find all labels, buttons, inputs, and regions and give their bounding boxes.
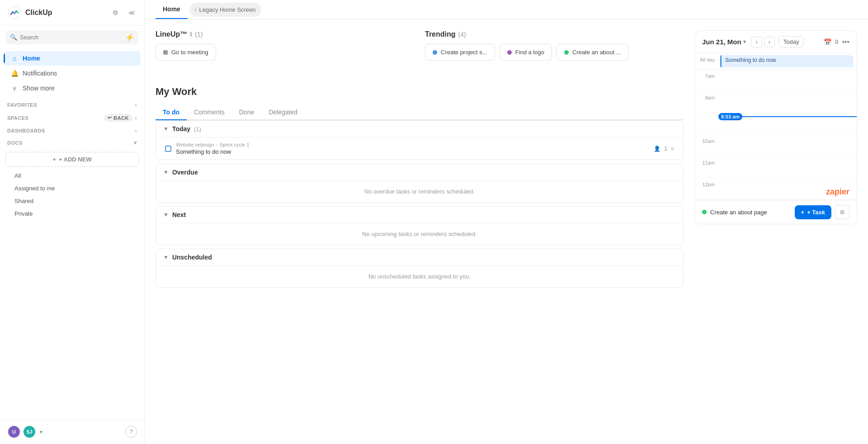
unscheduled-empty: No unscheduled tasks assigned to you. bbox=[156, 265, 683, 287]
task-checkbox[interactable] bbox=[165, 146, 171, 152]
work-group-today: ▼ Today (1) Website redesign › Sprint cy… bbox=[156, 120, 684, 160]
user-avatars[interactable]: U SJ ▼ bbox=[7, 425, 43, 439]
docs-nav-private[interactable]: Private bbox=[4, 208, 141, 220]
all-day-row: All day Something to do now bbox=[695, 53, 857, 70]
time-slot-7am[interactable] bbox=[718, 70, 857, 91]
trending-section: Trending (4) Create project s... Find a … bbox=[425, 30, 684, 61]
bell-icon: 🔔 bbox=[11, 70, 18, 77]
tab-legacy-home[interactable]: ‹ Legacy Home Screen bbox=[189, 3, 261, 17]
help-button[interactable]: ? bbox=[125, 426, 137, 438]
lineup-info-icon[interactable]: ℹ bbox=[190, 31, 192, 38]
lineup-card-meeting[interactable]: Go to meeting bbox=[156, 44, 216, 61]
docs-section-header[interactable]: DOCS ∨ bbox=[0, 135, 144, 147]
main-scrollable: LineUp™ ℹ (1) Go to meeting Trending bbox=[145, 19, 868, 444]
back-badge[interactable]: ↩ Back bbox=[104, 114, 132, 122]
calendar-footer-event[interactable]: Create an about page bbox=[702, 209, 767, 216]
lineup-title: LineUp™ ℹ (1) bbox=[156, 30, 414, 38]
work-tab-done[interactable]: Done bbox=[232, 105, 261, 120]
work-group-next-header[interactable]: ▼ Next bbox=[156, 207, 683, 223]
time-row-8am: 8am bbox=[695, 91, 857, 113]
back-chevron-icon: ‹ bbox=[195, 7, 197, 12]
add-new-button[interactable]: + + ADD NEW bbox=[5, 152, 139, 167]
trending-card-about[interactable]: Create an about ... bbox=[557, 44, 629, 61]
time-slot-current[interactable]: 8:53 am bbox=[718, 113, 857, 134]
time-row-11am: 11am bbox=[695, 156, 857, 178]
docs-nav-all[interactable]: All bbox=[4, 170, 141, 182]
plus-icon-task: + bbox=[801, 209, 805, 216]
calendar-header: Jun 21, Mon ▾ ‹ › Today 📅 0 ••• bbox=[695, 31, 857, 53]
sidebar-item-home-label: Home bbox=[23, 55, 40, 62]
docs-nav-assigned[interactable]: Assigned to me bbox=[4, 182, 141, 194]
search-input[interactable] bbox=[20, 34, 123, 41]
user-dropdown-icon[interactable]: ▼ bbox=[39, 430, 43, 435]
lightning-icon[interactable]: ⚡ bbox=[125, 33, 134, 42]
top-grid: LineUp™ ℹ (1) Go to meeting Trending bbox=[156, 30, 684, 73]
calendar-footer-actions: + + Task ⊞ bbox=[795, 205, 849, 219]
trending-card-logo[interactable]: Find a logo bbox=[500, 44, 552, 61]
sidebar-item-notifications[interactable]: 🔔 Notifications bbox=[4, 66, 141, 80]
dashboards-section-header[interactable]: DASHBOARDS › bbox=[0, 123, 144, 135]
collapse-icon[interactable]: ≪ bbox=[126, 7, 137, 18]
work-group-overdue: ▼ Overdue No overdue tasks or reminders … bbox=[156, 164, 684, 203]
docs-section: + + ADD NEW All Assigned to me Shared Pr… bbox=[0, 147, 144, 222]
calendar-date[interactable]: Jun 21, Mon ▾ bbox=[702, 38, 746, 46]
chevron-right-icon: › bbox=[135, 102, 137, 108]
work-group-today-header[interactable]: ▼ Today (1) bbox=[156, 121, 683, 137]
docs-nav-shared[interactable]: Shared bbox=[4, 195, 141, 207]
time-label-8am: 8am bbox=[695, 91, 718, 113]
trending-cards: Create project s... Find a logo Create a… bbox=[425, 44, 684, 61]
all-day-event[interactable]: Something to do now bbox=[720, 55, 853, 67]
trending-dot-blue bbox=[433, 50, 437, 55]
plus-icon: + bbox=[52, 156, 56, 163]
grid-view-button[interactable]: ⊞ bbox=[835, 205, 849, 219]
work-tab-comments[interactable]: Comments bbox=[187, 105, 232, 120]
sidebar-item-show-more[interactable]: ∨ Show more bbox=[4, 81, 141, 95]
work-tab-todo[interactable]: To do bbox=[156, 105, 187, 120]
all-day-label: All day bbox=[695, 53, 718, 69]
cal-next-button[interactable]: › bbox=[764, 37, 775, 47]
user-icon: 👤 bbox=[654, 146, 660, 152]
sidebar-item-notifications-label: Notifications bbox=[23, 70, 57, 77]
time-label-12pm: 12pm bbox=[695, 178, 718, 199]
back-icon: ↩ bbox=[108, 115, 112, 121]
lineup-dot bbox=[163, 50, 168, 55]
add-task-button[interactable]: + + Task bbox=[795, 205, 831, 219]
favorites-section-header[interactable]: FAVORITES › bbox=[0, 98, 144, 109]
time-slot-11am[interactable] bbox=[718, 156, 857, 178]
task-something-to-do-now[interactable]: Website redesign › Sprint cycle 1 Someth… bbox=[156, 137, 683, 160]
next-empty: No upcoming tasks or reminders scheduled… bbox=[156, 223, 683, 245]
logo-text: ClickUp bbox=[25, 9, 52, 17]
chevron-right-icon-spaces: › bbox=[135, 115, 137, 121]
sidebar-header: ClickUp ⚙ ≪ bbox=[0, 0, 144, 26]
time-slot-8am[interactable] bbox=[718, 91, 857, 113]
sidebar-item-home[interactable]: ⌂ Home bbox=[4, 51, 141, 66]
work-group-unscheduled-header[interactable]: ▼ Unscheduled bbox=[156, 249, 683, 265]
task-breadcrumb: Website redesign › Sprint cycle 1 bbox=[176, 142, 250, 147]
logo[interactable]: ClickUp bbox=[7, 5, 52, 20]
settings-icon[interactable]: ⚙ bbox=[110, 7, 121, 18]
work-group-overdue-header[interactable]: ▼ Overdue bbox=[156, 164, 683, 180]
chevron-down-icon: ▼ bbox=[163, 126, 169, 132]
work-group-unscheduled: ▼ Unscheduled No unscheduled tasks assig… bbox=[156, 249, 684, 288]
spaces-section-header[interactable]: SPACES ↩ Back › bbox=[0, 109, 144, 123]
home-icon: ⌂ bbox=[11, 55, 18, 62]
time-slot-10am[interactable] bbox=[718, 135, 857, 156]
sidebar: ClickUp ⚙ ≪ 🔍 ⚡ ⌂ Home 🔔 Notifications ∨… bbox=[0, 0, 145, 444]
tab-home[interactable]: Home bbox=[156, 0, 188, 19]
avatar-sj[interactable]: SJ bbox=[23, 425, 36, 439]
work-tab-delegated[interactable]: Delegated bbox=[261, 105, 305, 120]
calendar-icon: 📅 bbox=[824, 38, 831, 46]
overdue-empty: No overdue tasks or reminders scheduled. bbox=[156, 180, 683, 202]
chevron-down-icon-next: ▼ bbox=[163, 212, 169, 218]
chevron-down-icon: ∨ bbox=[11, 85, 18, 92]
current-time-badge: 8:53 am bbox=[718, 113, 742, 120]
today-button[interactable]: Today bbox=[778, 36, 804, 47]
trending-card-project[interactable]: Create project s... bbox=[425, 44, 495, 61]
footer-dot bbox=[702, 210, 707, 214]
chevron-right-icon-dashboards: › bbox=[135, 128, 137, 133]
calendar-footer: Create an about page + + Task ⊞ bbox=[695, 200, 857, 224]
avatar-u[interactable]: U bbox=[7, 425, 21, 439]
cal-prev-button[interactable]: ‹ bbox=[751, 37, 762, 47]
search-bar[interactable]: 🔍 ⚡ bbox=[5, 30, 139, 44]
calendar-more-icon[interactable]: ••• bbox=[842, 38, 849, 46]
